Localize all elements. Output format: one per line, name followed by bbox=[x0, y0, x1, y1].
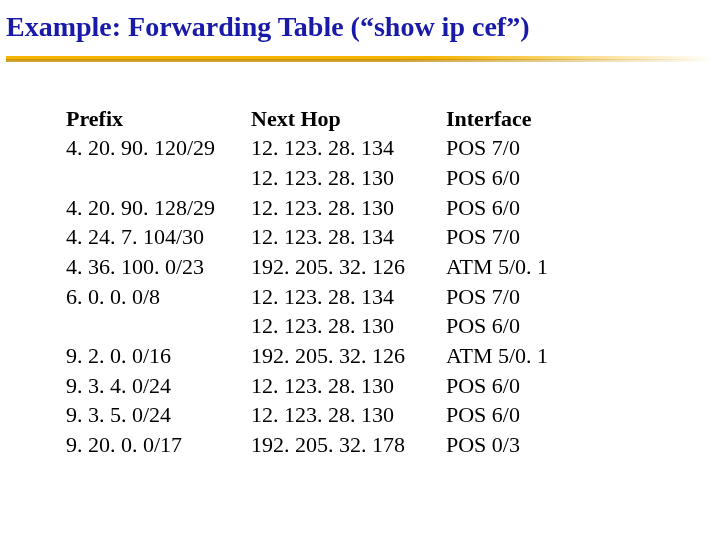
prefix-cell: 6. 0. 0. 0/8 bbox=[66, 282, 251, 312]
column-nexthop: Next Hop 12. 123. 28. 13412. 123. 28. 13… bbox=[251, 104, 446, 460]
nexthop-cell: 12. 123. 28. 130 bbox=[251, 311, 446, 341]
nexthop-cell: 12. 123. 28. 130 bbox=[251, 193, 446, 223]
nexthop-cell: 192. 205. 32. 178 bbox=[251, 430, 446, 460]
prefix-cell: 9. 3. 4. 0/24 bbox=[66, 371, 251, 401]
interface-cell: ATM 5/0. 1 bbox=[446, 252, 548, 282]
interface-cell: POS 0/3 bbox=[446, 430, 548, 460]
prefix-cell: 9. 20. 0. 0/17 bbox=[66, 430, 251, 460]
nexthop-cell: 12. 123. 28. 130 bbox=[251, 371, 446, 401]
interface-cell: POS 6/0 bbox=[446, 193, 548, 223]
column-interface: Interface POS 7/0POS 6/0POS 6/0POS 7/0AT… bbox=[446, 104, 548, 460]
column-prefix: Prefix 4. 20. 90. 120/29 4. 20. 90. 128/… bbox=[66, 104, 251, 460]
header-prefix: Prefix bbox=[66, 104, 251, 134]
prefix-cell: 4. 24. 7. 104/30 bbox=[66, 222, 251, 252]
interface-cell: POS 7/0 bbox=[446, 133, 548, 163]
interface-cell: POS 7/0 bbox=[446, 282, 548, 312]
interface-cell: POS 6/0 bbox=[446, 371, 548, 401]
interface-cell: POS 6/0 bbox=[446, 311, 548, 341]
interface-cell: POS 7/0 bbox=[446, 222, 548, 252]
nexthop-cell: 192. 205. 32. 126 bbox=[251, 252, 446, 282]
interface-cell: ATM 5/0. 1 bbox=[446, 341, 548, 371]
prefix-cell bbox=[66, 311, 251, 341]
prefix-cell bbox=[66, 163, 251, 193]
nexthop-cell: 12. 123. 28. 130 bbox=[251, 163, 446, 193]
prefix-cell: 4. 20. 90. 128/29 bbox=[66, 193, 251, 223]
prefix-cell: 4. 36. 100. 0/23 bbox=[66, 252, 251, 282]
prefix-cell: 4. 20. 90. 120/29 bbox=[66, 133, 251, 163]
nexthop-cell: 192. 205. 32. 126 bbox=[251, 341, 446, 371]
nexthop-cell: 12. 123. 28. 134 bbox=[251, 222, 446, 252]
interface-cell: POS 6/0 bbox=[446, 400, 548, 430]
slide-title: Example: Forwarding Table (“show ip cef”… bbox=[6, 10, 714, 52]
header-interface: Interface bbox=[446, 104, 548, 134]
nexthop-cell: 12. 123. 28. 134 bbox=[251, 133, 446, 163]
nexthop-cell: 12. 123. 28. 134 bbox=[251, 282, 446, 312]
interface-cell: POS 6/0 bbox=[446, 163, 548, 193]
prefix-cell: 9. 2. 0. 0/16 bbox=[66, 341, 251, 371]
prefix-cell: 9. 3. 5. 0/24 bbox=[66, 400, 251, 430]
title-rule bbox=[6, 56, 714, 62]
header-nexthop: Next Hop bbox=[251, 104, 446, 134]
nexthop-cell: 12. 123. 28. 130 bbox=[251, 400, 446, 430]
forwarding-table: Prefix 4. 20. 90. 120/29 4. 20. 90. 128/… bbox=[0, 62, 720, 460]
